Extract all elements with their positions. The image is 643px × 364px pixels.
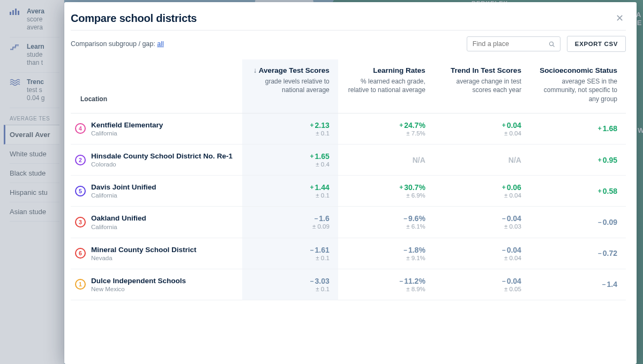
cell-margin: ± 0.04	[443, 255, 521, 261]
cell-value: +24.7%	[347, 121, 425, 130]
cell-na: N/A	[413, 156, 425, 164]
svg-point-4	[549, 42, 553, 46]
table-row[interactable]: 5 Davis Joint Unified California +1.44 ±…	[71, 176, 626, 207]
district-badge: 4	[75, 123, 86, 134]
cell-margin: ± 0.05	[443, 286, 521, 292]
district-name: Davis Joint Unified	[91, 183, 156, 192]
modal-title: Compare school districts	[71, 12, 197, 25]
export-csv-button[interactable]: EXPORT CSV	[567, 36, 626, 52]
district-state: New Mexico	[91, 286, 186, 292]
cell-value: –0.04	[443, 246, 521, 254]
district-badge: 5	[75, 186, 86, 196]
cell-na: N/A	[509, 156, 521, 164]
cell-value: +0.04	[443, 121, 521, 130]
cell-margin: ± 0.1	[251, 286, 330, 292]
cell-margin: ± 0.1	[251, 192, 330, 199]
district-state: California	[91, 192, 156, 199]
subgroup-link[interactable]: all	[157, 40, 164, 48]
cell-margin: ± 0.03	[443, 223, 521, 230]
table-row[interactable]: 2 Hinsdale County School District No. Re…	[71, 144, 626, 175]
cell-margin: ± 0.09	[251, 223, 330, 230]
district-state: California	[91, 130, 163, 136]
cell-margin: ± 0.1	[251, 130, 330, 136]
subgroup-label: Comparison subgroup / gap: all	[71, 40, 164, 48]
table-row[interactable]: 4 Kentfield Elementary California +2.13 …	[71, 113, 626, 144]
cell-value: –0.04	[443, 214, 521, 223]
cell-value: –1.8%	[347, 246, 425, 254]
cell-margin: ± 0.4	[251, 161, 330, 168]
search-input-wrapper[interactable]	[467, 36, 560, 51]
cell-value: +1.65	[251, 152, 330, 161]
cell-value: +0.06	[443, 183, 521, 192]
col-location[interactable]: Location	[71, 59, 242, 113]
cell-margin: ± 6.9%	[347, 192, 425, 199]
cell-value: –1.6	[251, 214, 330, 223]
cell-value: –11.2%	[347, 277, 425, 285]
cell-value: –0.09	[539, 218, 617, 226]
cell-margin: ± 8.9%	[347, 286, 425, 292]
district-state: California	[91, 224, 146, 230]
cell-value: –1.4	[539, 280, 617, 289]
district-badge: 3	[75, 217, 86, 228]
district-name: Dulce Independent Schools	[91, 277, 186, 285]
search-icon	[549, 41, 555, 48]
cell-margin: ± 0.1	[251, 255, 330, 261]
cell-value: –0.72	[539, 249, 617, 257]
district-name: Hinsdale County School District No. Re-1	[91, 152, 233, 161]
cell-value: +1.68	[539, 124, 617, 133]
district-name: Oakland Unified	[91, 214, 146, 223]
district-badge: 1	[75, 279, 86, 290]
district-name: Kentfield Elementary	[91, 121, 163, 130]
table-row[interactable]: 3 Oakland Unified California –1.6 ± 0.09…	[71, 207, 626, 238]
cell-value: +0.95	[539, 156, 617, 164]
col-avg-scores[interactable]: Average Test Scores grade levels relativ…	[242, 59, 338, 113]
district-state: Nevada	[91, 255, 197, 261]
col-ses[interactable]: Socioeconomic Status average SES in the …	[530, 59, 626, 113]
close-icon: ✕	[616, 12, 624, 24]
col-trend[interactable]: Trend In Test Scores average change in t…	[434, 59, 530, 113]
search-input[interactable]	[473, 40, 544, 48]
comparison-table: Location Average Test Scores grade level…	[71, 59, 626, 364]
cell-value: –9.6%	[347, 214, 425, 223]
cell-value: +0.58	[539, 187, 617, 195]
cell-value: +1.44	[251, 183, 330, 192]
cell-value: –3.03	[251, 277, 330, 285]
cell-value: +2.13	[251, 121, 330, 130]
district-badge: 6	[75, 248, 86, 259]
cell-margin: ± 9.1%	[347, 255, 425, 261]
table-row[interactable]: 1 Dulce Independent Schools New Mexico –…	[71, 269, 626, 300]
cell-value: –0.04	[443, 277, 521, 285]
cell-margin: ± 0.04	[443, 130, 521, 136]
district-name: Mineral County School District	[91, 246, 197, 254]
svg-line-5	[552, 45, 554, 47]
cell-margin: ± 7.5%	[347, 130, 425, 136]
compare-modal: Compare school districts ✕ Comparison su…	[64, 2, 637, 364]
close-button[interactable]: ✕	[613, 12, 626, 25]
cell-margin: ± 0.04	[443, 192, 521, 199]
district-state: Colorado	[91, 161, 233, 168]
cell-value: +30.7%	[347, 183, 425, 192]
col-learning-rates[interactable]: Learning Rates % learned each grade, rel…	[338, 59, 434, 113]
table-row[interactable]: 6 Mineral County School District Nevada …	[71, 238, 626, 269]
district-badge: 2	[75, 155, 86, 165]
cell-margin: ± 6.1%	[347, 223, 425, 230]
cell-value: –1.61	[251, 246, 330, 254]
